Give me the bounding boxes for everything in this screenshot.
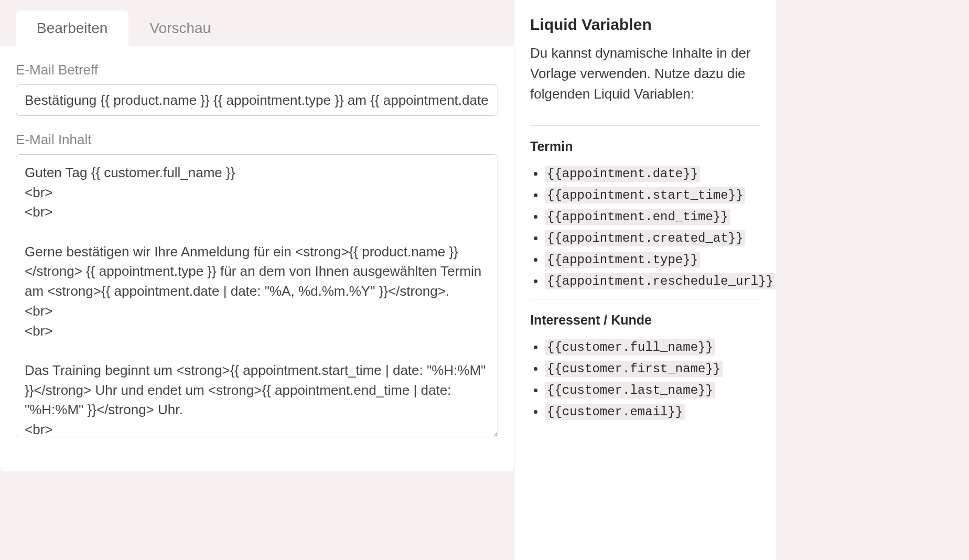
variable-section: Termin{{appointment.date}}{{appointment.…: [530, 125, 760, 288]
variable-list-item: {{customer.first_name}}: [545, 361, 760, 376]
subject-input[interactable]: [16, 84, 498, 116]
variable-list-item: {{appointment.reschedule_url}}: [545, 273, 760, 288]
variables-intro: Du kannst dynamische Inhalte in der Vorl…: [530, 43, 760, 104]
variables-panel: Liquid Variablen Du kannst dynamische In…: [514, 0, 776, 560]
variable-list-item: {{appointment.start_time}}: [545, 187, 760, 202]
variable-code: {{appointment.type}}: [545, 252, 700, 268]
variable-list-item: {{appointment.created_at}}: [545, 230, 760, 245]
variable-list: {{appointment.date}}{{appointment.start_…: [530, 166, 760, 288]
variable-section: Interessent / Kunde{{customer.full_name}…: [530, 299, 760, 419]
variable-list-item: {{customer.last_name}}: [545, 382, 760, 397]
variable-section-heading: Interessent / Kunde: [530, 313, 760, 328]
variable-list-item: {{customer.email}}: [545, 404, 760, 419]
variable-code: {{customer.first_name}}: [545, 361, 723, 377]
body-textarea[interactable]: [16, 154, 498, 437]
form-card: E-Mail Betreff E-Mail Inhalt: [0, 46, 514, 471]
variable-code: {{appointment.start_time}}: [545, 187, 745, 203]
variable-list-item: {{customer.full_name}}: [545, 339, 760, 354]
variable-code: {{appointment.end_time}}: [545, 209, 730, 225]
variable-list-item: {{appointment.type}}: [545, 252, 760, 267]
variable-section-heading: Termin: [530, 139, 760, 154]
variable-code: {{customer.full_name}}: [545, 339, 715, 356]
body-group: E-Mail Inhalt: [16, 132, 498, 439]
tab-preview[interactable]: Vorschau: [128, 10, 232, 46]
subject-group: E-Mail Betreff: [16, 62, 498, 116]
variables-title: Liquid Variablen: [530, 16, 760, 34]
variable-code: {{appointment.date}}: [545, 166, 700, 182]
subject-label: E-Mail Betreff: [16, 62, 498, 78]
variable-list-item: {{appointment.date}}: [545, 166, 760, 181]
variable-list: {{customer.full_name}}{{customer.first_n…: [530, 339, 760, 419]
variable-list-item: {{appointment.end_time}}: [545, 209, 760, 224]
variable-code: {{customer.email}}: [545, 404, 685, 420]
tab-edit[interactable]: Bearbeiten: [16, 10, 128, 46]
variable-code: {{appointment.created_at}}: [545, 230, 745, 246]
editor-panel: Bearbeiten Vorschau E-Mail Betreff E-Mai…: [0, 0, 514, 560]
body-label: E-Mail Inhalt: [16, 132, 498, 148]
tab-bar: Bearbeiten Vorschau: [0, 0, 514, 46]
variable-code: {{appointment.reschedule_url}}: [545, 273, 776, 289]
variable-code: {{customer.last_name}}: [545, 382, 715, 399]
